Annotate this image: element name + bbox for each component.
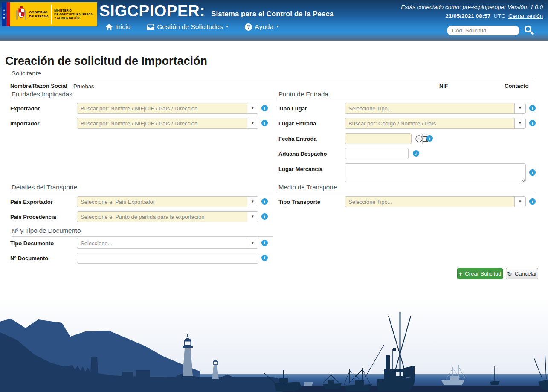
tipo-lugar-placeholder: Seleccione Tipo... bbox=[345, 103, 514, 113]
tipo-transporte-combobox[interactable]: Seleccione Tipo... ▼ bbox=[345, 196, 526, 207]
nombre-razon-social-value: Pruebas bbox=[73, 83, 94, 90]
pais-procedencia-label: País Procedencia bbox=[10, 211, 56, 222]
chevron-down-icon: ▼ bbox=[225, 25, 229, 29]
inbox-icon bbox=[147, 24, 154, 30]
pais-exportador-info-icon[interactable]: i bbox=[261, 198, 268, 205]
contacto-label: Contacto bbox=[505, 80, 528, 91]
nav-ayuda[interactable]: ? Ayuda ▼ bbox=[245, 23, 279, 31]
main-nav: Inicio Gestión de Solicitudes ▼ ? Ayuda … bbox=[106, 23, 279, 31]
lugar-entrada-label: Lugar Entrada bbox=[278, 118, 316, 129]
help-icon: ? bbox=[245, 23, 252, 31]
nav-inicio[interactable]: Inicio bbox=[106, 23, 130, 31]
section-medio-transporte: Medio de Transporte bbox=[278, 183, 534, 193]
section-detalles-transporte: Detalles del Transporte bbox=[12, 183, 273, 193]
lugar-entrada-info-icon[interactable]: i bbox=[529, 120, 536, 126]
caret-down-icon[interactable]: ▼ bbox=[247, 118, 258, 128]
lugar-mercancia-label: Lugar Mercancía bbox=[278, 163, 322, 174]
nav-ayuda-label: Ayuda bbox=[255, 23, 273, 31]
caret-down-icon[interactable]: ▼ bbox=[514, 197, 525, 207]
refresh-icon: ↻ bbox=[507, 271, 512, 277]
app-subtitle: Sistema para el Control de la Pesca bbox=[211, 10, 333, 18]
page-title: Creación de solicitud de Importación bbox=[5, 55, 207, 68]
exportador-placeholder: Buscar por: Nombre / NIF|CIF / País / Di… bbox=[77, 103, 247, 113]
tipo-transporte-label: Tipo Transporte bbox=[278, 196, 320, 207]
nif-label: NIF bbox=[439, 80, 448, 91]
logout-link[interactable]: Cerrar sesión bbox=[508, 13, 543, 19]
exportador-combobox[interactable]: Buscar por: Nombre / NIF|CIF / País / Di… bbox=[77, 103, 258, 114]
session-info: Estás conectado como: pre-scpioperoper V… bbox=[401, 4, 543, 19]
tipo-documento-label: Tipo Documento bbox=[10, 238, 54, 249]
eu-flag-stars-icon: ★★★ bbox=[2, 2, 6, 26]
tipo-transporte-placeholder: Seleccione Tipo... bbox=[345, 197, 514, 207]
importador-info-icon[interactable]: i bbox=[261, 120, 268, 126]
caret-down-icon[interactable]: ▼ bbox=[514, 118, 525, 128]
app-title: SIGCPIOPER: bbox=[99, 2, 205, 20]
app-header: ★★★ GOBIERNO DE ESPAÑA MINIST bbox=[0, 0, 548, 41]
aduana-despacho-label: Aduana Despacho bbox=[278, 148, 327, 159]
nav-gestion-solicitudes[interactable]: Gestión de Solicitudes ▼ bbox=[147, 23, 229, 31]
tipo-lugar-info-icon[interactable]: i bbox=[529, 105, 536, 111]
caret-down-icon[interactable]: ▼ bbox=[247, 238, 258, 248]
caret-down-icon[interactable]: ▼ bbox=[247, 103, 258, 113]
tipo-documento-info-icon[interactable]: i bbox=[261, 240, 268, 246]
session-text: Estás conectado como: pre-scpioperoper V… bbox=[401, 4, 543, 10]
lugar-entrada-combobox[interactable]: Buscar por: Código / Nombre / País ▼ bbox=[345, 118, 526, 129]
spain-flag-yellow-stripe bbox=[10, 2, 13, 26]
cancelar-button[interactable]: ↻ Cancelar bbox=[506, 268, 538, 279]
pais-procedencia-combobox[interactable]: Seleccione el Punto de partida para la e… bbox=[77, 211, 258, 222]
section-documento: Nº y Tipo de Documento bbox=[12, 227, 273, 237]
pais-exportador-label: País Exportador bbox=[10, 196, 53, 207]
crear-solicitud-label: Crear Solicitud bbox=[465, 270, 501, 277]
cancelar-label: Cancelar bbox=[515, 270, 537, 277]
importador-combobox[interactable]: Buscar por: Nombre / NIF|CIF / País / Di… bbox=[77, 118, 258, 129]
home-icon bbox=[106, 24, 113, 30]
fecha-entrada-info-icon[interactable]: i bbox=[426, 135, 433, 142]
pais-procedencia-info-icon[interactable]: i bbox=[261, 213, 268, 220]
pais-exportador-placeholder: Seleccione el País Exportador bbox=[77, 197, 247, 207]
section-punto-entrada: Punto de Entrada bbox=[278, 90, 534, 100]
coat-of-arms-icon bbox=[15, 5, 28, 24]
lugar-entrada-placeholder: Buscar por: Código / Nombre / País bbox=[345, 118, 514, 128]
coastal-footer-illustration bbox=[0, 298, 548, 392]
num-documento-input[interactable] bbox=[77, 253, 258, 264]
lugar-mercancia-info-icon[interactable]: i bbox=[529, 169, 536, 176]
tipo-lugar-combobox[interactable]: Seleccione Tipo... ▼ bbox=[345, 103, 526, 114]
gobierno-espana-logo: ★★★ GOBIERNO DE ESPAÑA MINIST bbox=[2, 2, 97, 26]
caret-down-icon[interactable]: ▼ bbox=[247, 212, 258, 222]
fecha-entrada-input[interactable] bbox=[345, 134, 422, 144]
caret-down-icon[interactable]: ▼ bbox=[514, 103, 525, 113]
tipo-documento-combobox[interactable]: Seleccione... ▼ bbox=[77, 238, 258, 249]
utc-label: UTC bbox=[493, 13, 505, 19]
search-button[interactable] bbox=[524, 25, 534, 37]
pais-procedencia-placeholder: Seleccione el Punto de partida para la e… bbox=[77, 212, 247, 222]
importador-label: Importador bbox=[10, 118, 40, 129]
pais-exportador-combobox[interactable]: Seleccione el País Exportador ▼ bbox=[77, 196, 258, 207]
crear-solicitud-button[interactable]: + Crear Solicitud bbox=[457, 268, 503, 279]
nav-gestion-label: Gestión de Solicitudes bbox=[157, 23, 223, 31]
session-datetime: 21/05/2021 08:57 bbox=[445, 13, 490, 19]
num-documento-info-icon[interactable]: i bbox=[261, 255, 268, 261]
search-input[interactable] bbox=[447, 26, 519, 35]
clock-icon bbox=[415, 135, 423, 142]
lugar-mercancia-textarea[interactable] bbox=[345, 163, 526, 182]
caret-down-icon[interactable]: ▼ bbox=[247, 197, 258, 207]
fecha-entrada-label: Fecha Entrada bbox=[278, 133, 317, 144]
app-title-block: SIGCPIOPER: Sistema para el Control de l… bbox=[99, 2, 333, 20]
aduana-despacho-input[interactable] bbox=[345, 148, 409, 159]
tipo-documento-placeholder: Seleccione... bbox=[77, 238, 247, 248]
plus-icon: + bbox=[458, 270, 462, 277]
aduana-despacho-info-icon[interactable]: i bbox=[413, 150, 419, 157]
time-button[interactable] bbox=[413, 133, 424, 144]
num-documento-label: Nº Documento bbox=[10, 253, 48, 264]
importador-placeholder: Buscar por: Nombre / NIF|CIF / País / Di… bbox=[77, 118, 247, 128]
gobierno-text: GOBIERNO DE ESPAÑA bbox=[29, 10, 49, 19]
logo-divider bbox=[51, 5, 52, 24]
nombre-razon-social-label: Nombre/Razón Social bbox=[10, 80, 67, 91]
chevron-down-icon: ▼ bbox=[276, 25, 279, 29]
tipo-transporte-info-icon[interactable]: i bbox=[529, 198, 536, 205]
ministerio-text: MINISTERIO DE AGRICULTURA, PESCA Y ALIME… bbox=[54, 9, 93, 20]
ministry-logo-plate: GOBIERNO DE ESPAÑA MINISTERIO DE AGRICUL… bbox=[13, 2, 97, 26]
fecha-entrada-group bbox=[345, 133, 412, 144]
section-entidades: Entidades Implicadas bbox=[12, 90, 273, 100]
exportador-info-icon[interactable]: i bbox=[261, 105, 268, 111]
